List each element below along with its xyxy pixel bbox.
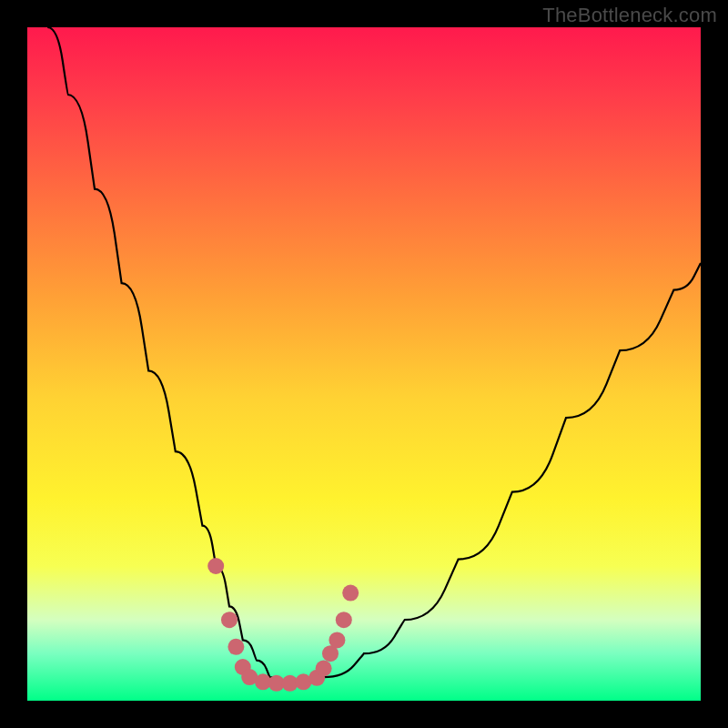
marker-dot bbox=[316, 661, 332, 677]
marker-dot bbox=[207, 558, 224, 574]
chart-frame: TheBottleneck.com bbox=[0, 0, 728, 728]
marker-dot bbox=[228, 639, 244, 655]
bottleneck-curve bbox=[47, 27, 701, 684]
marker-dot bbox=[221, 612, 238, 628]
marker-dot bbox=[342, 585, 359, 602]
marker-dot bbox=[336, 612, 352, 628]
plot-area bbox=[27, 27, 701, 701]
watermark-text: TheBottleneck.com bbox=[542, 4, 717, 27]
chart-svg bbox=[27, 27, 701, 701]
highlighted-points bbox=[207, 558, 359, 692]
marker-dot bbox=[329, 632, 345, 648]
